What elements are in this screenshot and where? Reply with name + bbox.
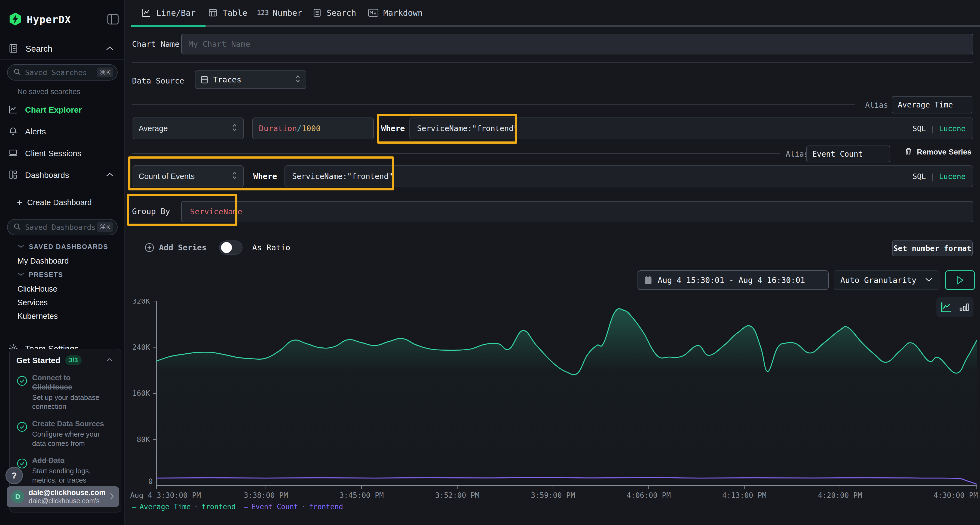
alias-value: Event Count <box>812 150 863 159</box>
get-started-item[interactable]: Create Data Sources Configure where your… <box>16 419 115 448</box>
chevron-down-icon <box>18 272 24 278</box>
data-source-select[interactable]: Traces <box>195 70 306 89</box>
chevron-up-icon[interactable] <box>106 46 114 52</box>
legend-series-label[interactable]: Event Count <box>251 503 298 511</box>
help-button[interactable]: ? <box>5 467 23 484</box>
tab-label: Line/Bar <box>156 8 196 18</box>
markdown-icon <box>368 9 379 17</box>
alias-label: Alias <box>786 150 808 159</box>
get-started-item-desc: Start sending logs, metrics, or traces <box>32 466 108 485</box>
list-document-icon <box>312 8 322 17</box>
granularity-select[interactable]: Auto Granularity <box>834 270 939 290</box>
section-title: SAVED DASHBOARDS <box>29 243 108 251</box>
sidebar-item-kubernetes[interactable]: Kubernetes <box>18 312 58 321</box>
run-query-button[interactable] <box>945 270 975 290</box>
section-presets[interactable]: PRESETS <box>18 271 63 279</box>
where-input[interactable]: ServiceName:"frontend" SQL | Lucene <box>409 117 973 139</box>
saved-dashboards-placeholder: Saved Dashboards <box>25 223 96 232</box>
sidebar-section-search-label: Search <box>25 44 52 54</box>
sidebar-divider <box>0 190 125 190</box>
search-icon <box>13 68 21 77</box>
date-range-input[interactable]: Aug 4 15:30:01 - Aug 4 16:30:01 <box>638 270 829 290</box>
line-chart-icon <box>142 8 151 18</box>
set-number-format-button[interactable]: Set number format <box>892 241 973 256</box>
play-icon <box>956 276 964 284</box>
lucene-mode-button[interactable]: Lucene <box>939 124 966 133</box>
legend-series-label[interactable]: Average Time <box>140 503 191 511</box>
aggregation-select[interactable]: Average <box>132 117 243 139</box>
plus-icon: + <box>17 197 22 208</box>
sidebar-item-alerts[interactable]: Alerts <box>8 124 117 140</box>
chevron-down-icon <box>18 244 24 249</box>
as-ratio-label: As Ratio <box>252 243 290 252</box>
lucene-mode-button[interactable]: Lucene <box>939 172 966 181</box>
sidebar-item-chart-explorer[interactable]: Chart Explorer <box>8 102 117 118</box>
chart-name-input[interactable]: My Chart Name <box>181 34 973 54</box>
sidebar-item-label: Alerts <box>25 127 46 136</box>
number-123-icon: 123 <box>257 9 269 17</box>
avatar: D <box>11 490 24 503</box>
sidebar-item-services[interactable]: Services <box>18 298 48 307</box>
remove-series-button[interactable]: Remove Series <box>904 147 972 157</box>
get-started-item-title: Add Data <box>32 456 100 465</box>
legend-swatch: — <box>132 503 136 511</box>
chevron-up-icon[interactable] <box>106 358 113 363</box>
where-input[interactable]: ServiceName:"frontend" SQL | Lucene <box>285 165 973 187</box>
get-started-item-desc: Set up your database connection <box>32 393 108 412</box>
shortcut-badge: ⌘K <box>97 222 113 232</box>
svg-text:Aug 4 3:30:00 PM: Aug 4 3:30:00 PM <box>130 491 201 500</box>
data-source-value: Traces <box>213 75 242 84</box>
saved-searches-placeholder: Saved Searches <box>25 68 87 77</box>
chart-name-label: Chart Name <box>132 40 180 49</box>
group-by-input[interactable]: ServiceName <box>181 201 973 222</box>
section-saved-dashboards[interactable]: SAVED DASHBOARDS <box>18 243 108 251</box>
saved-searches-input[interactable]: Saved Searches ⌘K <box>7 64 118 81</box>
chart-legend: — Average Time · frontend — Event Count … <box>132 503 343 511</box>
svg-text:4:06:00 PM: 4:06:00 PM <box>626 491 671 500</box>
shortcut-badge: ⌘K <box>97 67 113 77</box>
check-circle-icon <box>16 373 32 411</box>
chevron-up-icon[interactable] <box>106 172 114 178</box>
bell-icon <box>8 126 18 137</box>
sidebar-collapse-icon[interactable] <box>107 14 119 25</box>
brand-name: HyperDX <box>27 14 71 25</box>
as-ratio-toggle[interactable] <box>219 241 243 255</box>
alias-input[interactable]: Average Time <box>892 96 972 113</box>
tab-markdown[interactable]: Markdown <box>368 0 423 25</box>
svg-text:4:13:00 PM: 4:13:00 PM <box>722 491 767 500</box>
sidebar-section-search[interactable]: Search <box>8 41 117 57</box>
alias-input[interactable]: Event Count <box>806 146 890 162</box>
user-menu[interactable]: D dale@clickhouse.com dale@clickhouse.co… <box>7 486 119 507</box>
timeseries-chart[interactable]: 080K160K240K320KAug 4 3:30:00 PM3:38:00 … <box>125 299 980 501</box>
sidebar-item-client-sessions[interactable]: Client Sessions <box>8 146 117 161</box>
saved-dashboards-input[interactable]: Saved Dashboards ⌘K <box>7 219 118 235</box>
section-title: PRESETS <box>29 271 63 279</box>
date-range-value: Aug 4 15:30:01 - Aug 4 16:30:01 <box>658 276 805 285</box>
tab-search[interactable]: Search <box>312 0 356 25</box>
plus-circle-icon[interactable] <box>144 243 154 253</box>
user-email: dale@clickhouse.com <box>29 489 106 497</box>
aggregation-value: Count of Events <box>138 172 195 181</box>
create-dashboard-button[interactable]: + Create Dashboard <box>17 197 92 208</box>
sql-mode-button[interactable]: SQL <box>913 172 926 181</box>
sidebar-item-my-dashboard[interactable]: My Dashboard <box>18 257 69 265</box>
aggregation-select[interactable]: Count of Events <box>132 165 243 187</box>
main-panel: Line/Bar Table 123 Number Search <box>125 0 980 525</box>
get-started-header[interactable]: Get Started 3/3 <box>16 355 115 365</box>
tab-number[interactable]: 123 Number <box>257 0 302 25</box>
alias-label: Alias <box>865 101 888 109</box>
tab-table[interactable]: Table <box>208 0 247 25</box>
alias-connector-line <box>132 154 780 154</box>
add-series-button[interactable]: Add Series <box>159 243 207 252</box>
get-started-item[interactable]: Connect to ClickHouse Set up your databa… <box>16 373 115 411</box>
sidebar-item-dashboards[interactable]: Dashboards <box>8 167 117 183</box>
sql-mode-button[interactable]: SQL <box>913 124 926 133</box>
tab-line-bar[interactable]: Line/Bar <box>142 0 196 25</box>
trash-icon <box>904 147 913 157</box>
field-token: Duration <box>259 124 297 133</box>
get-started-item[interactable]: Add Data Start sending logs, metrics, or… <box>16 456 115 485</box>
group-by-label: Group By <box>132 207 170 216</box>
sidebar-item-clickhouse[interactable]: ClickHouse <box>18 284 57 293</box>
sidebar-item-label: Chart Explorer <box>25 105 82 114</box>
field-expression-input[interactable]: Duration/1000 <box>252 117 374 139</box>
